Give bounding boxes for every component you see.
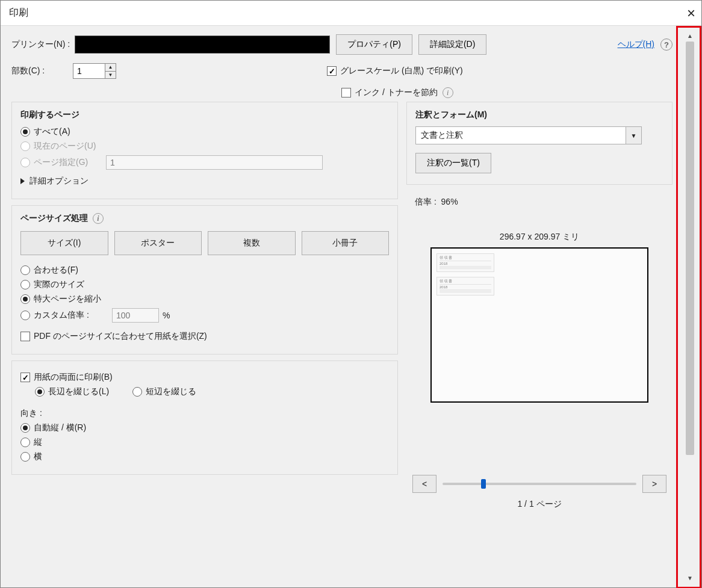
duplex-orient-group: 用紙の両面に印刷(B) 長辺を綴じる(L) 短辺を綴じる 向き : 自動縦 / …	[11, 361, 398, 475]
preview-receipt-1: 領 収 書2018	[436, 253, 494, 272]
custom-scale-input[interactable]	[112, 308, 159, 323]
slider-thumb[interactable]	[481, 479, 486, 489]
advanced-options-label[interactable]: 詳細オプション	[30, 176, 89, 187]
custom-scale-radio[interactable]	[20, 311, 30, 320]
orient-portrait-radio[interactable]	[20, 438, 30, 447]
orient-auto-label: 自動縦 / 横(R)	[34, 422, 86, 433]
vertical-scrollbar[interactable]: ▲ ▼	[685, 29, 695, 584]
save-ink-checkbox[interactable]	[341, 88, 351, 97]
match-pdf-checkbox[interactable]	[20, 332, 30, 341]
copies-label: 部数(C) :	[11, 66, 68, 76]
pages-current-radio	[20, 141, 30, 151]
preview-receipt-2: 領 収 書2018	[436, 277, 494, 296]
help-icon[interactable]: ?	[660, 39, 672, 51]
long-edge-label: 長辺を綴じる(L)	[48, 386, 132, 397]
scroll-up-icon[interactable]: ▲	[685, 29, 695, 42]
print-dialog: 印刷 × プリンター(N) : プロパティ(P) 詳細設定(D) ヘルプ(H) …	[0, 0, 702, 588]
orient-landscape-label: 横	[34, 451, 42, 462]
actual-radio[interactable]	[20, 280, 30, 289]
grayscale-checkbox[interactable]	[327, 66, 337, 76]
info-icon[interactable]: i	[93, 213, 104, 224]
copies-input[interactable]	[73, 64, 105, 78]
zoom-value: 96%	[441, 197, 458, 206]
scroll-track[interactable]	[685, 42, 695, 572]
printer-dropdown[interactable]	[75, 36, 330, 54]
summarize-comments-button[interactable]: 注釈の一覧(T)	[415, 153, 491, 173]
tab-poster[interactable]: ポスター	[114, 231, 202, 255]
shrink-label: 特大ページを縮小	[34, 294, 101, 305]
printer-label: プリンター(N) :	[11, 39, 70, 50]
next-page-button[interactable]: >	[642, 475, 666, 493]
pages-group: 印刷するページ すべて(A) 現在のページ(U) ページ指定(G) 詳細オプショ…	[11, 102, 398, 199]
top-section: プリンター(N) : プロパティ(P) 詳細設定(D) ヘルプ(H) ? 部数(…	[1, 26, 683, 102]
preview-panel: 倍率 : 96% 296.97 x 209.97 ミリ 領 収 書2018 領 …	[406, 191, 672, 516]
spinner-down-icon[interactable]: ▼	[105, 72, 116, 79]
custom-scale-unit: %	[163, 311, 170, 320]
pages-range-radio[interactable]	[20, 158, 30, 167]
orient-portrait-label: 縦	[34, 437, 42, 448]
tab-booklet[interactable]: 小冊子	[302, 231, 390, 255]
duplex-label: 用紙の両面に印刷(B)	[34, 372, 113, 383]
comments-dropdown-value: 文書と注釈	[421, 130, 463, 141]
shrink-radio[interactable]	[20, 294, 30, 304]
prev-page-button[interactable]: <	[412, 475, 436, 493]
orient-landscape-radio[interactable]	[20, 452, 30, 462]
save-ink-label: インク / トナーを節約	[355, 87, 438, 98]
comments-group: 注釈とフォーム(M) 文書と注釈 ▼ 注釈の一覧(T)	[406, 102, 672, 185]
page-counter: 1 / 1 ページ	[412, 499, 666, 510]
long-edge-radio[interactable]	[35, 387, 45, 397]
custom-scale-label: カスタム倍率 :	[34, 310, 112, 321]
zoom-label: 倍率 :	[415, 197, 436, 206]
match-pdf-label: PDF のページサイズに合わせて用紙を選択(Z)	[34, 331, 207, 342]
titlebar: 印刷 ×	[1, 1, 701, 26]
fit-radio[interactable]	[20, 265, 30, 275]
close-icon[interactable]: ×	[687, 6, 695, 20]
paper-dimensions: 296.97 x 209.97 ミリ	[412, 232, 666, 243]
window-title: 印刷	[9, 7, 28, 19]
chevron-down-icon: ▼	[626, 127, 641, 144]
actual-label: 実際のサイズ	[34, 279, 84, 290]
help-link[interactable]: ヘルプ(H)	[618, 39, 654, 50]
scroll-thumb[interactable]	[686, 42, 694, 455]
duplex-checkbox[interactable]	[20, 373, 30, 382]
expand-caret-icon[interactable]	[20, 178, 25, 184]
tab-multiple[interactable]: 複数	[208, 231, 296, 255]
info-icon[interactable]: i	[443, 87, 453, 98]
comments-dropdown[interactable]: 文書と注釈 ▼	[415, 126, 642, 144]
orientation-label: 向き :	[20, 408, 389, 419]
short-edge-radio[interactable]	[132, 387, 142, 397]
pages-range-input[interactable]	[106, 155, 323, 170]
dialog-body: プリンター(N) : プロパティ(P) 詳細設定(D) ヘルプ(H) ? 部数(…	[1, 26, 701, 587]
pages-title: 印刷するページ	[20, 110, 389, 120]
page-preview: 領 収 書2018 領 収 書2018	[430, 247, 648, 403]
comments-title: 注釈とフォーム(M)	[415, 110, 663, 120]
pages-range-label: ページ指定(G)	[34, 157, 106, 168]
grayscale-label: グレースケール (白黒) で印刷(Y)	[340, 66, 463, 76]
sizing-group: ページサイズ処理 i サイズ(I) ポスター 複数 小冊子 合わせる(F) 実際…	[11, 205, 398, 354]
orient-auto-radio[interactable]	[20, 423, 30, 433]
pages-current-label: 現在のページ(U)	[34, 141, 96, 152]
properties-button[interactable]: プロパティ(P)	[336, 34, 412, 55]
tab-size[interactable]: サイズ(I)	[20, 231, 108, 255]
short-edge-label: 短辺を綴じる	[146, 386, 196, 397]
pages-all-label: すべて(A)	[34, 126, 70, 137]
sizing-title: ページサイズ処理	[20, 213, 88, 224]
page-slider[interactable]	[443, 483, 636, 485]
spinner-up-icon[interactable]: ▲	[105, 64, 116, 72]
fit-label: 合わせる(F)	[34, 265, 78, 276]
pages-all-radio[interactable]	[20, 127, 30, 137]
copies-spinner[interactable]: ▲ ▼	[73, 63, 116, 79]
scroll-down-icon[interactable]: ▼	[685, 572, 695, 584]
advanced-settings-button[interactable]: 詳細設定(D)	[418, 34, 486, 55]
